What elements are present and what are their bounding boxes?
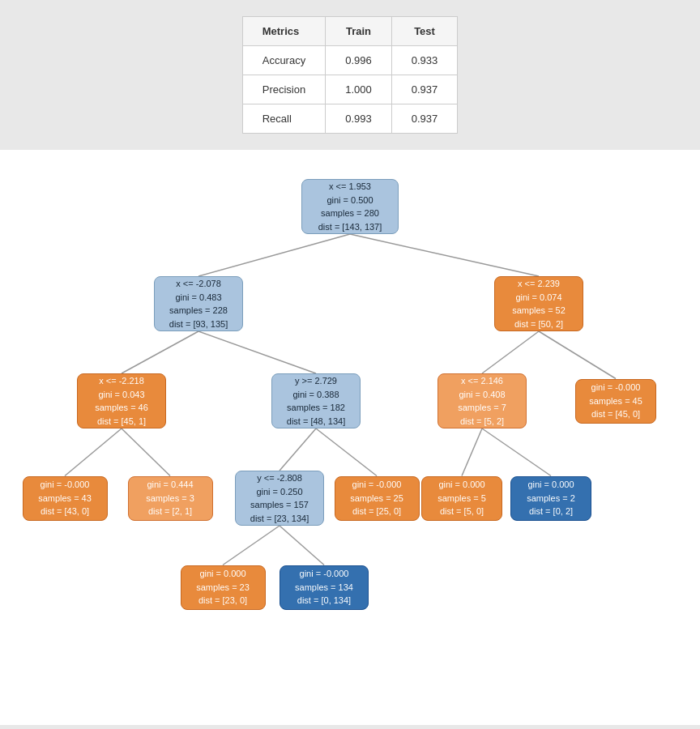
node-text: dist = [43, 0] — [41, 505, 89, 518]
node-text: x <= 1.953 — [329, 180, 371, 194]
node-text: dist = [5, 0] — [440, 505, 484, 518]
tree-node-lll3: gini = -0.000samples = 43dist = [43, 0] — [23, 476, 108, 521]
node-text: gini = 0.500 — [327, 194, 373, 207]
node-text: y >= 2.729 — [295, 374, 337, 388]
metrics-table: MetricsTrainTestAccuracy0.9960.933Precis… — [242, 16, 459, 134]
tree-edge — [316, 428, 377, 476]
tree-node-rll3: gini = 0.000samples = 5dist = [5, 0] — [421, 476, 502, 521]
tree-container: x <= 1.953gini = 0.500samples = 280dist … — [0, 166, 700, 693]
tree-node-right1: x <= 2.239gini = 0.074samples = 52dist =… — [494, 276, 583, 331]
tree-edge — [198, 234, 350, 276]
node-text: samples = 2 — [527, 492, 575, 505]
tree-edge — [482, 428, 551, 476]
metrics-row: Accuracy0.9960.933 — [242, 46, 458, 75]
tree-node-root: x <= 1.953gini = 0.500samples = 280dist … — [301, 179, 399, 234]
node-text: gini = 0.000 — [199, 567, 245, 581]
node-text: dist = [5, 2] — [460, 415, 504, 428]
tree-section: x <= 1.953gini = 0.500samples = 280dist … — [0, 150, 700, 725]
node-text: gini = -0.000 — [300, 567, 349, 581]
tree-edge — [122, 428, 170, 476]
node-text: dist = [23, 134] — [250, 512, 309, 526]
node-text: samples = 7 — [458, 401, 506, 415]
metrics-row: Precision1.0000.937 — [242, 75, 458, 104]
node-text: gini = 0.408 — [459, 388, 505, 402]
metrics-row: Recall0.9930.937 — [242, 104, 458, 134]
node-text: samples = 228 — [169, 304, 228, 318]
node-text: x <= -2.078 — [176, 277, 221, 291]
node-text: samples = 45 — [589, 394, 642, 408]
tree-edge — [462, 428, 482, 476]
node-text: samples = 280 — [321, 207, 379, 220]
tree-edge — [280, 428, 316, 471]
node-text: dist = [45, 1] — [97, 415, 146, 428]
node-text: dist = [2, 1] — [148, 505, 192, 518]
tree-node-lr2: y >= 2.729gini = 0.388samples = 182dist … — [271, 373, 361, 428]
tree-node-ll2: x <= -2.218gini = 0.043samples = 46dist … — [77, 373, 166, 428]
tree-edge — [122, 331, 198, 373]
node-text: samples = 157 — [250, 498, 309, 512]
tree-node-lrll4: gini = 0.000samples = 23dist = [23, 0] — [181, 565, 266, 610]
node-text: gini = 0.000 — [527, 478, 574, 492]
tree-edge — [223, 526, 280, 565]
tree-edge — [350, 234, 539, 276]
tree-node-lrr3: gini = -0.000samples = 25dist = [25, 0] — [335, 476, 420, 521]
node-text: gini = -0.000 — [41, 478, 90, 492]
tree-node-rr2: gini = -0.000samples = 45dist = [45, 0] — [575, 379, 656, 424]
node-text: dist = [0, 2] — [529, 505, 573, 518]
node-text: gini = -0.000 — [352, 478, 402, 492]
node-text: gini = 0.388 — [292, 388, 339, 402]
node-text: samples = 134 — [295, 581, 353, 595]
node-text: gini = 0.444 — [147, 478, 193, 492]
tree-node-lrlr4: gini = -0.000samples = 134dist = [0, 134… — [280, 565, 369, 610]
node-text: gini = 0.250 — [256, 485, 302, 499]
node-text: samples = 23 — [196, 581, 250, 595]
node-text: samples = 52 — [512, 304, 566, 318]
node-text: samples = 46 — [95, 401, 148, 415]
tree-edge — [539, 331, 616, 379]
tree-node-rl2: x <= 2.146gini = 0.408samples = 7dist = … — [438, 373, 527, 428]
node-text: samples = 43 — [38, 492, 92, 505]
metrics-section: MetricsTrainTestAccuracy0.9960.933Precis… — [0, 0, 700, 150]
tree-node-lrl3: y <= -2.808gini = 0.250samples = 157dist… — [235, 471, 324, 526]
tree-edge — [280, 526, 324, 565]
node-text: gini = -0.000 — [591, 381, 641, 394]
node-text: dist = [48, 134] — [287, 415, 345, 428]
node-text: dist = [93, 135] — [169, 318, 228, 331]
tree-edge — [198, 331, 316, 373]
tree-edge — [482, 331, 539, 373]
node-text: x <= -2.218 — [99, 374, 144, 388]
node-text: y <= -2.808 — [257, 471, 302, 485]
tree-svg — [0, 166, 700, 693]
node-text: x <= 2.146 — [461, 374, 503, 388]
node-text: dist = [50, 2] — [514, 318, 563, 331]
node-text: dist = [45, 0] — [591, 407, 640, 421]
node-text: gini = 0.000 — [438, 478, 484, 492]
node-text: samples = 182 — [287, 401, 345, 415]
node-text: dist = [143, 137] — [318, 220, 382, 234]
tree-edge — [65, 428, 122, 476]
node-text: gini = 0.483 — [175, 291, 221, 305]
node-text: x <= 2.239 — [518, 277, 560, 291]
node-text: samples = 3 — [146, 492, 194, 505]
node-text: dist = [23, 0] — [198, 594, 247, 608]
node-text: samples = 5 — [438, 492, 486, 505]
tree-node-left1: x <= -2.078gini = 0.483samples = 228dist… — [154, 276, 243, 331]
tree-node-llr3: gini = 0.444samples = 3dist = [2, 1] — [128, 476, 213, 521]
node-text: gini = 0.043 — [98, 388, 144, 402]
node-text: samples = 25 — [350, 492, 403, 505]
node-text: gini = 0.074 — [515, 291, 561, 305]
tree-node-rlr3: gini = 0.000samples = 2dist = [0, 2] — [510, 476, 591, 521]
node-text: dist = [25, 0] — [352, 505, 401, 518]
node-text: dist = [0, 134] — [297, 594, 351, 608]
